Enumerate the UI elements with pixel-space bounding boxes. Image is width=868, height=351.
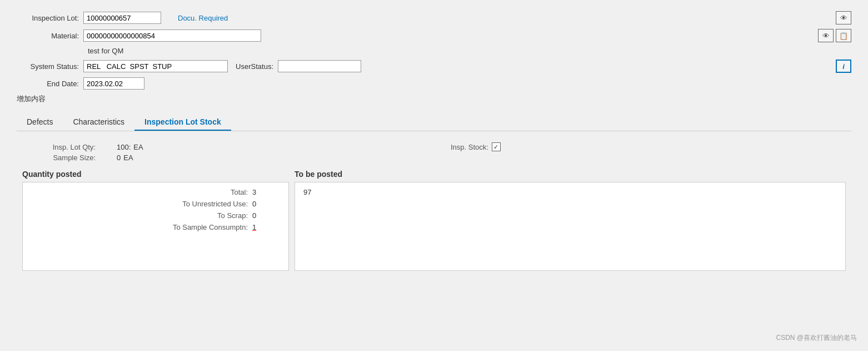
insp-stock-label: Insp. Stock: [451,143,488,151]
sample-size-value: 0 [117,154,121,162]
scrap-value: 0 [252,211,269,220]
unrestricted-label: To Unrestricted Use: [163,200,252,208]
copy-icon-btn[interactable]: 📋 [836,29,851,42]
eye-icon-2: 👁 [822,32,830,40]
inspection-lot-input[interactable] [83,12,161,24]
user-status-label: UserStatus: [228,62,278,71]
end-date-input[interactable] [83,77,144,90]
total-label: Total: [163,188,252,196]
end-date-label: End Date: [17,80,83,88]
sample-consumptn-label: To Sample Consumptn: [163,223,252,231]
quantity-posted-title: Quantity posted [22,170,289,179]
insp-lot-qty-value: 100: [117,143,131,151]
system-status-label: System Status: [17,62,83,71]
user-status-input[interactable] [278,60,361,72]
tab-characteristics[interactable]: Characteristics [63,114,134,131]
quantity-posted-table: Total: 3 To Unrestricted Use: 0 To Scrap… [22,182,289,271]
sample-consumptn-value: 1 [252,223,269,231]
scrap-label: To Scrap: [163,211,252,220]
sample-size-unit: EA [123,154,133,162]
system-status-input [83,60,228,72]
docu-required-link[interactable]: Docu. Required [178,14,228,22]
tab-defects[interactable]: Defects [17,114,63,131]
to-be-posted-value: 97 [303,188,311,196]
info-icon-btn[interactable]: i [836,60,851,73]
add-content-text: 增加内容 [17,94,851,104]
material-input[interactable] [83,29,261,42]
total-value: 3 [252,188,269,196]
tabs-container: Defects Characteristics Inspection Lot S… [17,114,851,131]
watermark: CSDN @喜欢打酱油的老马 [776,333,857,343]
insp-lot-qty-unit: EA [133,143,143,151]
tab-inspection-lot-stock[interactable]: Inspection Lot Stock [134,114,231,131]
material-label: Material: [17,32,83,40]
sample-size-label: Sample Size: [22,154,100,162]
to-be-posted-title: To be posted [295,170,846,179]
tab-content-inspection-lot-stock: Insp. Lot Qty: 100: EA Insp. Stock: ✓ Sa… [17,131,851,276]
inspection-lot-label: Inspection Lot: [17,14,83,22]
eye-icon-btn-2[interactable]: 👁 [818,29,834,42]
eye-icon: 👁 [840,14,847,22]
to-be-posted-box: 97 [295,182,846,271]
unrestricted-value: 0 [252,200,269,208]
eye-icon-btn-1[interactable]: 👁 [836,11,851,24]
insp-lot-qty-label: Insp. Lot Qty: [22,143,100,151]
material-name: test for QM [88,47,851,55]
info-icon: i [842,62,845,71]
copy-icon: 📋 [839,32,848,40]
insp-stock-checkbox[interactable]: ✓ [492,142,501,151]
